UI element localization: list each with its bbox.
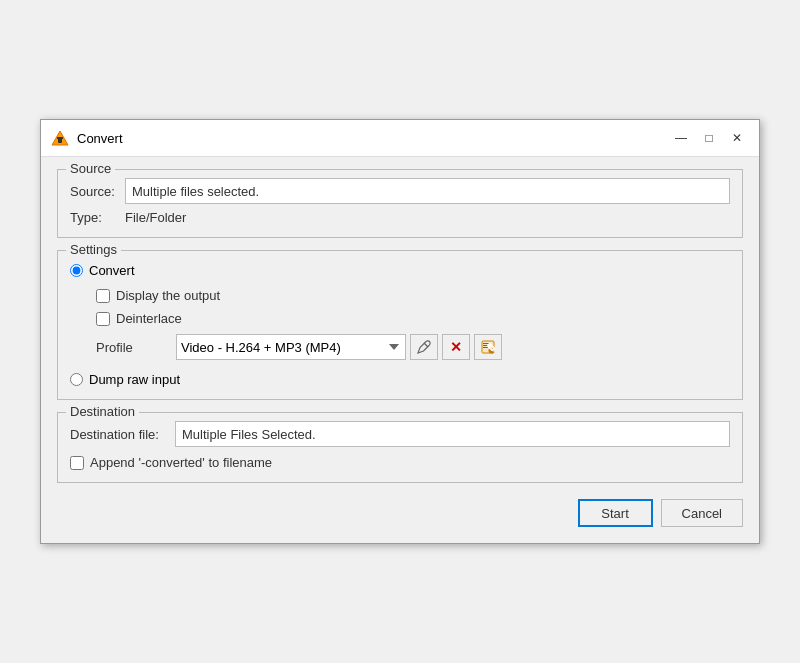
convert-options: Display the output Deinterlace Profile V… (92, 288, 730, 360)
source-row: Source: (70, 178, 730, 204)
settings-content: Convert Display the output Deinterlace P… (70, 259, 730, 387)
source-group: Source Source: Type: File/Folder (57, 169, 743, 238)
deinterlace-label[interactable]: Deinterlace (116, 311, 182, 326)
deinterlace-row: Deinterlace (96, 311, 730, 326)
destination-group: Destination Destination file: Append '-c… (57, 412, 743, 483)
dump-radio-label[interactable]: Dump raw input (89, 372, 180, 387)
edit-profile-button[interactable] (410, 334, 438, 360)
append-converted-checkbox[interactable] (70, 456, 84, 470)
dump-radio[interactable] (70, 373, 83, 386)
convert-radio-label[interactable]: Convert (89, 263, 135, 278)
convert-radio[interactable] (70, 264, 83, 277)
title-bar: Convert — □ ✕ (41, 120, 759, 157)
type-label: Type: (70, 210, 125, 225)
window-title: Convert (77, 131, 669, 146)
main-content: Source Source: Type: File/Folder Setting… (41, 157, 759, 543)
type-value: File/Folder (125, 210, 186, 225)
button-row: Start Cancel (57, 499, 743, 527)
delete-icon: ✕ (450, 339, 462, 355)
display-output-row: Display the output (96, 288, 730, 303)
svg-rect-2 (57, 137, 63, 139)
destination-row: Destination file: (70, 421, 730, 447)
type-row: Type: File/Folder (70, 210, 730, 225)
append-converted-label[interactable]: Append '-converted' to filename (90, 455, 272, 470)
maximize-button[interactable]: □ (697, 128, 721, 148)
source-label: Source: (70, 184, 125, 199)
new-profile-icon: ✎ (481, 340, 495, 354)
destination-label: Destination file: (70, 427, 175, 442)
deinterlace-checkbox[interactable] (96, 312, 110, 326)
display-output-label[interactable]: Display the output (116, 288, 220, 303)
source-group-label: Source (66, 161, 115, 176)
profile-label: Profile (96, 340, 176, 355)
new-profile-button[interactable]: ✎ (474, 334, 502, 360)
append-row: Append '-converted' to filename (70, 455, 730, 470)
vlc-icon (51, 129, 69, 147)
minimize-button[interactable]: — (669, 128, 693, 148)
dump-radio-row: Dump raw input (70, 372, 730, 387)
window-controls: — □ ✕ (669, 128, 749, 148)
source-input[interactable] (125, 178, 730, 204)
start-button[interactable]: Start (578, 499, 653, 527)
convert-window: Convert — □ ✕ Source Source: Type: File/… (40, 119, 760, 544)
close-button[interactable]: ✕ (725, 128, 749, 148)
svg-line-3 (424, 343, 428, 347)
svg-text:✎: ✎ (486, 341, 495, 355)
display-output-checkbox[interactable] (96, 289, 110, 303)
settings-group-label: Settings (66, 242, 121, 257)
wrench-icon (417, 340, 431, 354)
profile-row: Profile Video - H.264 + MP3 (MP4) Video … (96, 334, 730, 360)
settings-group: Settings Convert Display the output Dein… (57, 250, 743, 400)
delete-profile-button[interactable]: ✕ (442, 334, 470, 360)
cancel-button[interactable]: Cancel (661, 499, 743, 527)
destination-input[interactable] (175, 421, 730, 447)
convert-radio-row: Convert (70, 263, 730, 278)
destination-group-label: Destination (66, 404, 139, 419)
profile-select[interactable]: Video - H.264 + MP3 (MP4) Video - H.265 … (176, 334, 406, 360)
